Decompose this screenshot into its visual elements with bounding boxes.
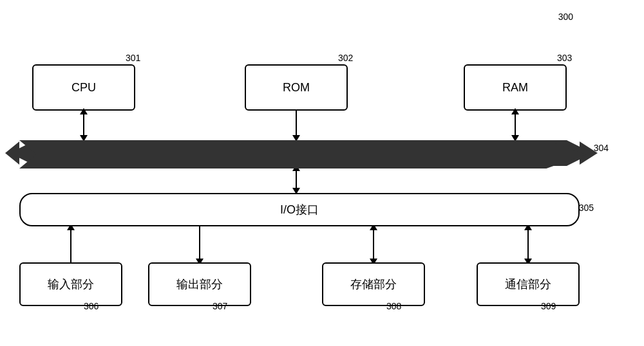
diagram: 300 CPU 301 ROM 302 RAM 303 bbox=[0, 0, 644, 346]
comm-label: 通信部分 bbox=[505, 277, 551, 292]
ref-301: 301 bbox=[126, 53, 140, 63]
input-label: 输入部分 bbox=[48, 277, 94, 292]
io-label: I/O接口 bbox=[280, 202, 319, 217]
storage-label: 存储部分 bbox=[350, 277, 397, 292]
ref-306: 306 bbox=[84, 301, 99, 311]
output-label: 输出部分 bbox=[176, 277, 223, 292]
rom-label: ROM bbox=[283, 81, 310, 95]
ref-308: 308 bbox=[386, 301, 401, 311]
ref-304: 304 bbox=[594, 143, 609, 153]
ram-box: RAM bbox=[464, 64, 567, 111]
ref-305: 305 bbox=[579, 203, 594, 213]
rom-box: ROM bbox=[245, 64, 348, 111]
cpu-label: CPU bbox=[71, 81, 96, 95]
comm-box: 通信部分 bbox=[477, 262, 580, 306]
cpu-box: CPU bbox=[32, 64, 135, 111]
ref-309: 309 bbox=[541, 301, 556, 311]
ref-307: 307 bbox=[213, 301, 227, 311]
ram-label: RAM bbox=[502, 81, 528, 95]
ref-302: 302 bbox=[338, 53, 353, 63]
output-box: 输出部分 bbox=[148, 262, 251, 306]
bus-shape bbox=[19, 140, 586, 168]
input-box: 输入部分 bbox=[19, 262, 122, 306]
ref-300: 300 bbox=[558, 12, 573, 22]
io-box: I/O接口 bbox=[19, 193, 580, 226]
ref-303: 303 bbox=[557, 53, 572, 63]
svg-marker-1 bbox=[5, 141, 19, 165]
storage-box: 存储部分 bbox=[322, 262, 425, 306]
